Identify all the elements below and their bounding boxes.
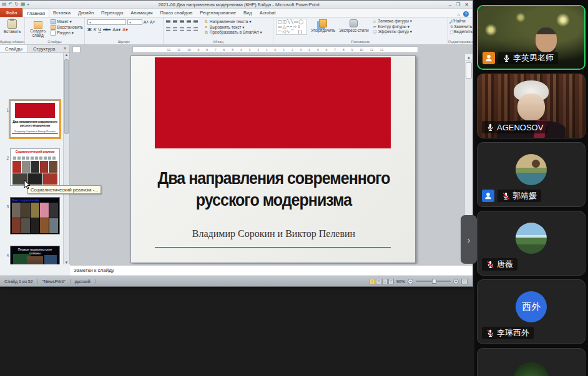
undo-icon[interactable]: ↶: [9, 1, 13, 7]
shapes-gallery[interactable]: ▢◫╲╲▭◯: [278, 19, 305, 24]
panel-close-icon[interactable]: ✕: [63, 45, 69, 52]
participant-tile-6[interactable]: [477, 348, 586, 376]
view-switcher[interactable]: ▯ ⠿ ▭ ⛉: [370, 279, 394, 284]
maximize-button[interactable]: ❐: [456, 2, 460, 7]
quick-styles-button[interactable]: Экспресс-стили: [339, 19, 369, 32]
bold-button[interactable]: Ж: [87, 27, 92, 32]
slide-thumbnail-2[interactable]: Социалистический реализм: [10, 148, 60, 186]
tab-review[interactable]: Рецензирование: [196, 9, 240, 17]
normal-view-icon[interactable]: ▯: [370, 279, 375, 284]
align-right-icon[interactable]: [180, 27, 185, 32]
close-button[interactable]: ✕: [464, 2, 469, 7]
indent-increase-icon[interactable]: [187, 19, 192, 24]
participant-tile-4[interactable]: 唐薇: [477, 211, 586, 276]
scrollbar-thumb[interactable]: [466, 62, 472, 79]
shape-effects-button[interactable]: ❏ Эффекты фигур ▾: [373, 29, 413, 35]
ruler-origin: [72, 46, 81, 53]
redo-icon[interactable]: ↻: [14, 1, 19, 7]
align-center-icon[interactable]: [173, 27, 179, 32]
layout-button[interactable]: Макет ▾: [51, 19, 83, 24]
tab-slides-thumbnails[interactable]: Слайды: [0, 45, 28, 52]
grow-font-icon[interactable]: A˄: [144, 20, 149, 24]
slide-subtitle[interactable]: Владимир Сорокин и Виктор Пелевин: [150, 228, 398, 239]
tab-insert[interactable]: Вставка: [49, 9, 74, 17]
text-direction-button[interactable]: ⇅ Направление текста ▾: [204, 19, 262, 25]
slide-red-banner[interactable]: [155, 57, 391, 148]
tab-outline[interactable]: Структура: [28, 45, 61, 52]
minimize-button[interactable]: –: [449, 2, 451, 7]
zoom-out-icon[interactable]: −: [408, 279, 413, 284]
tab-design[interactable]: Дизайн: [74, 9, 97, 17]
participant-tile-3[interactable]: 郭靖媛: [477, 142, 586, 207]
panel-scrollbar[interactable]: ▲ ▼: [63, 53, 69, 264]
reading-view-icon[interactable]: ▭: [382, 279, 388, 284]
scrollbar-thumb[interactable]: [64, 59, 69, 134]
align-text-button[interactable]: ≡ Выровнять текст ▾: [204, 25, 262, 31]
chart-icon[interactable]: ▦: [21, 1, 26, 7]
zoom-in-icon[interactable]: +: [453, 279, 459, 284]
select-button[interactable]: ⬚Выделить ▾: [449, 29, 473, 35]
numbering-icon[interactable]: [173, 19, 179, 24]
convert-smartart-button[interactable]: ⧉ Преобразовать в SmartArt ▾: [204, 30, 262, 36]
bullets-icon[interactable]: [166, 19, 172, 24]
tab-slideshow[interactable]: Показ слайдов: [157, 9, 197, 17]
tab-animations[interactable]: Анимация: [127, 9, 156, 17]
fit-to-window-icon[interactable]: ⛶: [461, 279, 468, 284]
font-size-select[interactable]: ▾: [127, 19, 142, 25]
tab-transitions[interactable]: Переходы: [97, 9, 127, 17]
font-color-button[interactable]: А▾: [122, 27, 128, 32]
justify-icon[interactable]: [187, 27, 192, 32]
columns-icon[interactable]: [194, 27, 199, 32]
italic-button[interactable]: К: [94, 27, 96, 32]
zoom-slider[interactable]: [416, 281, 451, 282]
notes-pane[interactable]: Заметки к слайду: [70, 264, 473, 276]
arrange-button[interactable]: Упорядочить: [311, 19, 335, 32]
underline-button[interactable]: Ч: [98, 27, 101, 32]
new-slide-button[interactable]: Создать слайд: [27, 19, 49, 37]
indent-decrease-icon[interactable]: [180, 19, 185, 24]
paste-button[interactable]: Вставить: [0, 17, 24, 34]
sidebar-expand-handle[interactable]: ›: [461, 215, 477, 264]
current-slide[interactable]: Два направления современного русского мо…: [130, 55, 416, 263]
font-name-select[interactable]: ▾: [87, 19, 126, 25]
slide-title[interactable]: Два направления современного русского мо…: [137, 167, 410, 210]
shrink-font-icon[interactable]: A˅: [150, 20, 155, 24]
align-left-icon[interactable]: [166, 27, 172, 32]
scroll-down-icon[interactable]: ▼: [64, 261, 69, 264]
reset-button[interactable]: Восстановить: [51, 25, 83, 30]
scroll-up-icon[interactable]: ▲: [465, 54, 473, 61]
slide-thumbnail-3[interactable]: Вне соцреализма: [10, 197, 60, 234]
replace-button[interactable]: ↯Заменить ▾: [449, 24, 473, 30]
strikethrough-button[interactable]: abc: [103, 27, 110, 32]
line-spacing-icon[interactable]: [194, 19, 199, 24]
participant-tile-5[interactable]: 西外 李琳西外: [477, 279, 586, 344]
drawing-group: ▢◫╲╲▭◯ ▭△⌐⌐⇨⇩ ◠◁∿⌒｛｝ Упорядочить Экспрес…: [273, 17, 448, 44]
save-icon[interactable]: ▤: [2, 1, 7, 7]
tab-home[interactable]: Главная: [22, 9, 49, 17]
find-button[interactable]: 🔎Найти: [449, 19, 473, 24]
zoom-slider-knob[interactable]: [432, 279, 436, 284]
theme-name[interactable]: "NewsPrint": [38, 279, 71, 284]
slide-thumbnail-1[interactable]: Два направления современного русского мо…: [10, 100, 60, 138]
zoom-level[interactable]: 90%: [396, 279, 405, 284]
participant-tile-2[interactable]: AGENOSOV: [477, 74, 586, 138]
titlebar[interactable]: ▤ ↶ ↻ ▦ ▾ 2021-06 Два направления модерн…: [0, 1, 473, 9]
change-case-button[interactable]: Aa▾: [112, 27, 120, 32]
tab-file[interactable]: Файл: [0, 8, 22, 17]
horizontal-ruler[interactable]: 12 11 10 9 8 7 6 5 4 3 2 1 0 1 2 3 4 5 6…: [132, 46, 418, 53]
slide-thumbnail-4[interactable]: Первые модернистские романы: [10, 246, 60, 264]
minimize-ribbon-icon[interactable]: △: [457, 12, 460, 16]
tab-view[interactable]: Вид: [240, 9, 256, 17]
shape-fill-button[interactable]: ◬ Заливка фигуры ▾: [373, 19, 413, 24]
slideshow-icon[interactable]: ⛉: [388, 279, 394, 284]
scroll-up-icon[interactable]: ▲: [64, 53, 69, 57]
help-icon[interactable]: ?: [463, 11, 469, 17]
shape-outline-button[interactable]: ▱ Контур фигуры ▾: [373, 24, 413, 30]
section-button[interactable]: Раздел ▾: [51, 31, 83, 36]
slide-canvas[interactable]: Два направления современного русского мо…: [70, 54, 464, 264]
tab-acrobat[interactable]: Acrobat: [256, 9, 280, 17]
slide-sorter-icon[interactable]: ⠿: [376, 279, 381, 284]
quick-access-toolbar[interactable]: ▤ ↶ ↻ ▦ ▾: [0, 1, 29, 7]
language-indicator[interactable]: русский: [71, 279, 96, 284]
participant-tile-1[interactable]: 李英男老师: [477, 5, 586, 70]
